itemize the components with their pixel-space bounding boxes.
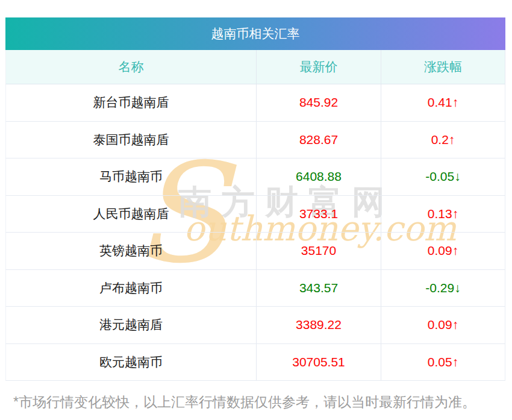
currency-pair-name: 卢布越南币 xyxy=(6,270,256,307)
table-row: 马币越南币 6408.88 -0.05↓ xyxy=(5,158,505,196)
latest-price: 3733.1 xyxy=(256,196,381,233)
change-percent: 0.2↑ xyxy=(381,122,505,158)
currency-pair-name: 人民币越南盾 xyxy=(6,196,256,233)
column-header-change: 涨跌幅 xyxy=(381,50,505,84)
change-percent: 0.41↑ xyxy=(381,84,505,121)
column-header-name: 名称 xyxy=(6,50,256,84)
table-title-bar: 越南币相关汇率 xyxy=(5,17,505,50)
table-row: 新台币越南盾 845.92 0.41↑ xyxy=(5,84,505,122)
table-header-row: 名称 最新价 涨跌幅 xyxy=(5,50,505,84)
table-title: 越南币相关汇率 xyxy=(211,25,300,42)
table-row: 人民币越南盾 3733.1 0.13↑ xyxy=(5,196,505,233)
currency-pair-name: 港元越南盾 xyxy=(6,307,256,343)
exchange-rate-table: 越南币相关汇率 名称 最新价 涨跌幅 新台币越南盾 845.92 0.41↑ 泰… xyxy=(5,17,505,381)
table-row: 卢布越南币 343.57 -0.29↓ xyxy=(5,270,505,307)
latest-price: 6408.88 xyxy=(256,158,381,195)
change-percent: 0.13↑ xyxy=(381,196,505,233)
column-header-price: 最新价 xyxy=(256,50,381,84)
change-percent: -0.29↓ xyxy=(381,270,505,307)
disclaimer-text: *市场行情变化较快，以上汇率行情数据仅供参考，请以当时最新行情为准。 xyxy=(13,393,476,412)
currency-pair-name: 泰国币越南盾 xyxy=(6,122,256,158)
currency-pair-name: 马币越南币 xyxy=(6,158,256,195)
currency-pair-name: 英镑越南币 xyxy=(6,233,256,269)
table-row: 欧元越南币 30705.51 0.05↑ xyxy=(5,344,505,381)
table-row: 港元越南盾 3389.22 0.09↑ xyxy=(5,307,505,344)
currency-pair-name: 新台币越南盾 xyxy=(6,84,256,121)
change-percent: 0.05↑ xyxy=(381,344,505,381)
change-percent: 0.09↑ xyxy=(381,233,505,269)
latest-price: 35170 xyxy=(256,233,381,269)
latest-price: 343.57 xyxy=(256,270,381,307)
table-body: 新台币越南盾 845.92 0.41↑ 泰国币越南盾 828.67 0.2↑ 马… xyxy=(5,84,505,381)
latest-price: 828.67 xyxy=(256,122,381,158)
change-percent: 0.09↑ xyxy=(381,307,505,343)
table-row: 英镑越南币 35170 0.09↑ xyxy=(5,233,505,270)
currency-pair-name: 欧元越南币 xyxy=(6,344,256,381)
latest-price: 30705.51 xyxy=(256,344,381,381)
change-percent: -0.05↓ xyxy=(381,158,505,195)
latest-price: 845.92 xyxy=(256,84,381,121)
latest-price: 3389.22 xyxy=(256,307,381,343)
table-row: 泰国币越南盾 828.67 0.2↑ xyxy=(5,122,505,159)
